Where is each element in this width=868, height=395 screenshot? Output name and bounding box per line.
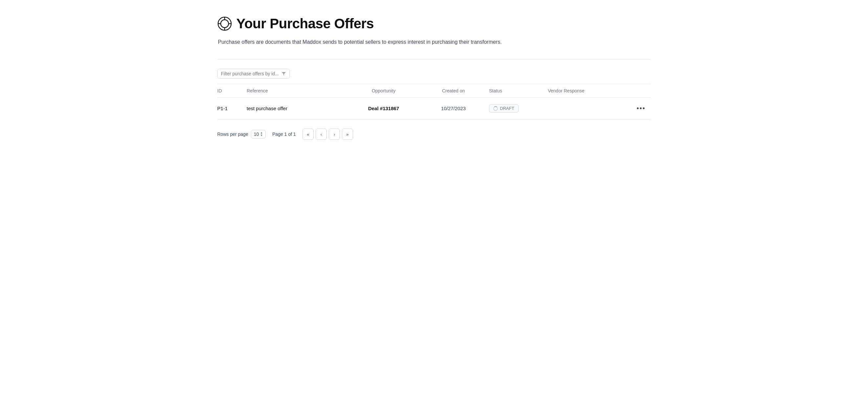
filter-icon (281, 72, 286, 76)
rows-per-page-control: Rows per page 10 ▲ ▼ (217, 130, 266, 138)
table-header-row: ID Reference Opportunity Created on Stat… (217, 84, 651, 98)
filter-input[interactable] (221, 71, 279, 76)
col-header-actions (628, 84, 651, 98)
svg-point-1 (221, 20, 228, 28)
cell-reference: test purchase offer (247, 98, 349, 119)
col-header-status: Status (489, 84, 548, 98)
cell-id: P1-1 (217, 98, 247, 119)
pagination-controls: « ‹ › » (303, 129, 353, 140)
cell-created: 10/27/2023 (423, 98, 489, 119)
cell-vendor-response (548, 98, 628, 119)
svg-marker-6 (282, 72, 286, 76)
next-page-button[interactable]: › (329, 129, 340, 140)
filter-input-wrapper[interactable] (217, 69, 290, 79)
page-info: Page 1 of 1 (272, 132, 296, 137)
rows-per-page-select[interactable]: 10 ▲ ▼ (251, 130, 266, 138)
header-section: Your Purchase Offers Purchase offers are… (217, 0, 651, 59)
table-row[interactable]: P1-1 test purchase offer Deal #131867 10… (217, 98, 651, 119)
col-header-opportunity: Opportunity (349, 84, 423, 98)
page-title: Your Purchase Offers (237, 16, 374, 32)
rows-per-page-chevrons: ▲ ▼ (260, 132, 263, 137)
status-badge: DRAFT (489, 104, 518, 112)
cell-status: DRAFT (489, 98, 548, 119)
first-page-button[interactable]: « (303, 129, 314, 140)
prev-page-button[interactable]: ‹ (316, 129, 327, 140)
cell-opportunity: Deal #131867 (349, 98, 423, 119)
col-header-vendor: Vendor Response (548, 84, 628, 98)
last-page-button[interactable]: » (342, 129, 353, 140)
pagination-section: Rows per page 10 ▲ ▼ Page 1 of 1 « ‹ › » (217, 119, 651, 153)
filter-section (217, 59, 651, 84)
table-section: ID Reference Opportunity Created on Stat… (217, 84, 651, 119)
cell-actions[interactable]: ••• (628, 98, 651, 119)
page-description: Purchase offers are documents that Maddo… (217, 38, 651, 46)
col-header-reference: Reference (247, 84, 349, 98)
draft-spin-icon (493, 106, 498, 111)
row-more-button[interactable]: ••• (637, 105, 645, 112)
target-icon (217, 17, 232, 31)
purchase-offers-table: ID Reference Opportunity Created on Stat… (217, 84, 651, 119)
rows-per-page-value: 10 (254, 132, 259, 137)
col-header-created: Created on (423, 84, 489, 98)
rows-per-page-label: Rows per page (217, 132, 248, 137)
col-header-id: ID (217, 84, 247, 98)
status-label: DRAFT (500, 106, 514, 111)
